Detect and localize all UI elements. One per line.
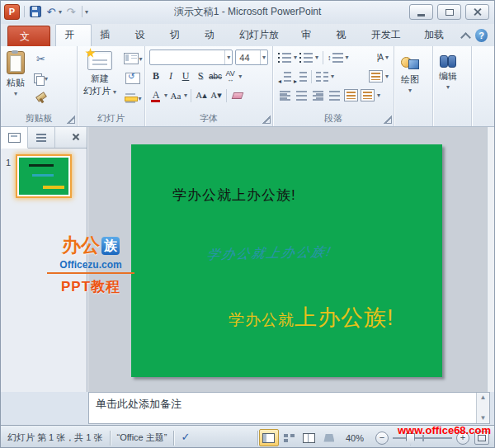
tab-developer[interactable]: 开发工具 — [363, 25, 416, 46]
line-spacing-button[interactable]: ↕ — [328, 53, 343, 63]
tab-review[interactable]: 审阅 — [293, 25, 328, 46]
minimize-button[interactable] — [409, 4, 433, 20]
decrease-font-size-button[interactable]: A▾ — [210, 87, 223, 103]
drawing-button[interactable]: 绘图 ▾ — [397, 52, 423, 96]
distribute-icon — [344, 89, 358, 101]
paste-button[interactable]: 粘贴 ▾ — [3, 49, 28, 99]
clipboard-dialog-launcher[interactable] — [67, 116, 75, 124]
slide-layout-button[interactable]: ▾ — [124, 50, 143, 67]
paragraph-row1: ▾ ▾ ↕▾ ¦A▾ — [276, 49, 391, 66]
clear-formatting-button[interactable] — [230, 87, 243, 103]
section-dropdown-icon: ▾ — [139, 95, 142, 102]
distribute-button[interactable] — [344, 87, 358, 103]
theme-name[interactable]: “Office 主题” — [111, 431, 174, 444]
zoom-out-button[interactable]: − — [375, 431, 389, 445]
minimize-ribbon-icon[interactable] — [460, 30, 470, 41]
close-panel-button[interactable] — [65, 127, 87, 148]
slide-canvas[interactable]: 学办公就上办公族! 学办公就上办公族! 学办公就上办公族! — [131, 144, 442, 377]
scroll-up-icon[interactable]: ▲ — [480, 394, 487, 401]
character-spacing-button[interactable]: AV↔ — [224, 68, 237, 84]
bullets-dropdown-icon[interactable]: ▾ — [294, 54, 297, 61]
slide-sorter-view-button[interactable] — [280, 430, 299, 446]
numbering-icon[interactable] — [299, 53, 313, 63]
character-spacing-dropdown-icon[interactable]: ▾ — [238, 73, 242, 80]
bold-button[interactable]: B — [149, 68, 163, 84]
smartart-dropdown-icon[interactable]: ▾ — [377, 92, 380, 99]
close-button[interactable] — [465, 4, 489, 20]
strikethrough-button[interactable]: abc — [209, 68, 222, 84]
bullets-icon[interactable] — [278, 53, 291, 63]
format-painter-button[interactable] — [31, 90, 50, 106]
slide-counter[interactable]: 幻灯片 第 1 张，共 1 张 — [1, 431, 110, 444]
reading-view-button[interactable] — [300, 430, 318, 446]
divider — [257, 431, 258, 446]
scissors-icon: ✂ — [36, 53, 45, 65]
editor-scrollbar[interactable] — [487, 127, 494, 392]
help-button[interactable]: ? — [475, 29, 488, 42]
font-color-button[interactable]: A — [149, 87, 163, 103]
spellcheck-status-icon[interactable]: ✓ — [174, 431, 196, 443]
font-size-select[interactable]: 44▾ — [235, 50, 268, 65]
restore-button[interactable] — [437, 4, 461, 20]
title-bar: P ↶ ▾ ↷ ▾ 演示文稿1 - Microsoft PowerPoint — [1, 1, 494, 24]
slide-text-yellow[interactable]: 学办公就上办公族! — [229, 303, 394, 332]
slide-text-teal[interactable]: 学办公就上办公族! — [205, 243, 333, 264]
justify-button[interactable] — [328, 87, 342, 103]
slideshow-view-button[interactable] — [320, 430, 338, 446]
font-dialog-launcher[interactable] — [262, 116, 271, 124]
tab-view[interactable]: 视图 — [328, 25, 363, 46]
tab-insert[interactable]: 插入 — [92, 25, 126, 46]
paragraph-dialog-launcher[interactable] — [384, 116, 392, 124]
cut-button[interactable]: ✂ — [31, 50, 50, 67]
tab-outline[interactable] — [28, 127, 55, 148]
decrease-indent-button[interactable] — [278, 72, 291, 82]
reset-slide-button[interactable] — [124, 70, 143, 87]
tab-slides-thumbnails[interactable] — [1, 127, 28, 149]
scroll-down-icon[interactable]: ▼ — [480, 415, 487, 422]
editing-button[interactable]: 编辑 ▾ — [436, 52, 460, 92]
underline-button[interactable]: U — [179, 68, 192, 84]
align-text-dropdown-icon[interactable]: ▾ — [385, 73, 389, 80]
normal-view-button[interactable] — [259, 429, 279, 446]
notes-scrollbar[interactable]: ▲ ▼ — [476, 393, 489, 423]
tab-file[interactable]: 文件 — [7, 26, 50, 46]
columns-button[interactable] — [316, 72, 328, 82]
text-shadow-button[interactable]: S — [194, 68, 207, 84]
increase-indent-button[interactable] — [294, 72, 307, 82]
align-right-button[interactable] — [311, 87, 325, 103]
tab-design[interactable]: 设计 — [126, 25, 161, 46]
tab-transitions[interactable]: 切换 — [162, 25, 196, 46]
font-name-select[interactable]: ▾ — [149, 50, 233, 65]
zoom-level[interactable]: 40% — [339, 433, 370, 443]
binoculars-icon — [439, 54, 457, 68]
change-case-button[interactable]: Aa — [169, 87, 182, 103]
align-text-button[interactable] — [369, 70, 383, 83]
convert-to-smartart-button[interactable] — [361, 87, 375, 103]
notes-pane[interactable]: 单击此处添加备注 ▲ ▼ — [88, 392, 490, 424]
slide-text-black[interactable]: 学办公就上办公族! — [172, 186, 296, 205]
font-color-dropdown-icon[interactable]: ▾ — [164, 92, 167, 99]
text-direction-button[interactable]: ¦A — [377, 53, 383, 62]
tab-addins[interactable]: 加载项 — [416, 25, 460, 46]
tab-animations[interactable]: 动画 — [196, 25, 231, 46]
new-slide-button[interactable]: 新建幻灯片 ▾ — [80, 49, 120, 100]
watermark-divider — [47, 272, 134, 274]
zoom-slider-track[interactable] — [393, 437, 452, 439]
numbering-dropdown-icon[interactable]: ▾ — [315, 54, 318, 61]
text-direction-dropdown-icon[interactable]: ▾ — [385, 54, 389, 61]
copy-button[interactable]: ▾ — [31, 70, 50, 87]
clipboard-small-buttons: ✂ ▾ — [31, 49, 50, 108]
lines-icon — [332, 53, 343, 63]
line-spacing-dropdown-icon[interactable]: ▾ — [346, 54, 349, 61]
change-case-dropdown-icon[interactable]: ▾ — [184, 92, 187, 99]
increase-font-size-button[interactable]: A▴ — [195, 87, 208, 103]
italic-button[interactable]: I — [164, 68, 177, 84]
section-button[interactable]: ▾ — [124, 90, 143, 106]
tab-slideshow[interactable]: 幻灯片放映 — [231, 25, 293, 46]
align-center-button[interactable] — [295, 87, 309, 103]
slide-sorter-icon — [284, 434, 295, 442]
slide-thumbnail[interactable] — [17, 156, 70, 196]
tab-home[interactable]: 开始 — [55, 24, 92, 46]
align-left-button[interactable] — [278, 87, 292, 103]
columns-dropdown-icon[interactable]: ▾ — [331, 73, 334, 80]
